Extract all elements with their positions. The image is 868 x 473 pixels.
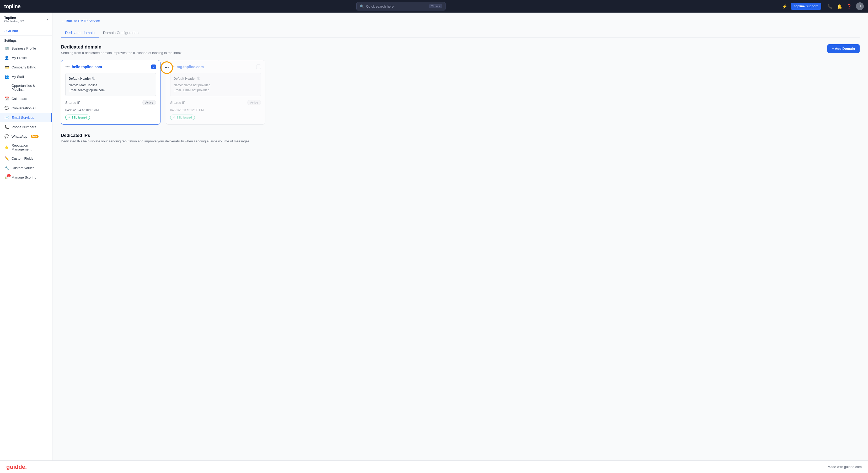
sidebar-item-label: My Staff [11,75,24,78]
sidebar-item-my-staff[interactable]: 👥 My Staff [0,72,52,81]
sidebar-item-label: Calendars [11,97,27,101]
calendars-icon: 📅 [4,96,9,101]
sidebar-item-opportunities[interactable]: Opportunities & Pipelin... [0,81,52,94]
sidebar: Topline Charleston, SC ▾ ‹ Go Back Setti… [0,12,53,473]
sidebar-item-label: Company Billing [11,65,36,69]
search-placeholder: Quick search here [366,4,394,8]
card-1-date: 04/19/2024 at 10:15 AM [65,108,156,112]
sidebar-item-calendars[interactable]: 📅 Calendars [0,94,52,103]
card-2-default-header-label: Default Header ⓘ [174,76,257,81]
sidebar-item-business-profile[interactable]: 🏢 Business Profile [0,43,52,53]
circle-dots-icon: ••• [165,66,169,70]
manage-scoring-badge: 1 [7,174,11,177]
main-content: ← Back to SMTP Service Dedicated domain … [53,12,868,473]
sidebar-item-manage-scoring[interactable]: 📊 Manage Scoring 1 [0,172,52,182]
workspace-location: Charleston, SC [4,20,24,23]
reputation-management-icon: ⭐ [4,145,9,150]
nav-right-icons: 📞 🔔 ❓ U [828,2,864,10]
card-1-default-header-box: Default Header ⓘ Name: Team Topline Emai… [65,73,156,96]
arrow-left-icon: ← [61,19,64,23]
card-1-name-value: Name: Team Topline Email: team@topline.c… [69,83,153,93]
sidebar-item-whatsapp[interactable]: 💬 WhatsApp beta [0,132,52,141]
page-tabs: Dedicated domain Domain Configuration [61,28,860,38]
card-2-active-badge: Active [247,100,261,105]
sidebar-item-custom-values[interactable]: 🔧 Custom Values [0,163,52,172]
domain-card-1: ••• hello.topline.com ✓ Default Header ⓘ… [61,60,160,125]
section-header: Dedicated domain Sending from a dedicate… [61,44,860,55]
card-2-header: ••• mg.topline.com [170,64,261,69]
back-to-smtp-label: Back to SMTP Service [66,19,100,23]
search-bar[interactable]: 🔍 Quick search here Ctrl + K [356,2,445,10]
footer-tagline: Made with guidde.com [828,465,862,469]
email-services-icon: ✉️ [4,115,9,120]
card-2-shared-ip-row: Shared IP Active [170,100,261,105]
card-2-ssl-badge: ✓ SSL Issued [170,115,195,120]
app-logo: topline [4,3,21,9]
card-2-info-icon: ⓘ [197,76,200,81]
card-2-checkbox[interactable] [256,64,261,69]
bell-icon[interactable]: 🔔 [837,4,842,9]
sidebar-item-email-services[interactable]: ✉️ Email Services [0,113,52,122]
ssl-check-icon-2: ✓ [173,116,176,119]
whatsapp-beta-badge: beta [31,135,38,138]
sidebar-item-label: My Profile [11,56,27,60]
top-navigation: topline 🔍 Quick search here Ctrl + K ⚡ t… [0,0,868,12]
card-1-checkbox[interactable]: ✓ [151,64,156,69]
card-1-domain: hello.topline.com [72,65,102,69]
workspace-name: Topline [4,16,24,20]
avatar[interactable]: U [856,2,864,10]
whatsapp-icon: 💬 [4,134,9,139]
card-2-date: 04/21/2023 at 12:30 PM [170,108,261,112]
sidebar-item-conversation-ai[interactable]: 💬 Conversation AI [0,103,52,113]
support-button[interactable]: topline Support [790,3,821,10]
card-1-header: ••• hello.topline.com ✓ [65,64,156,69]
card-1-info-icon: ⓘ [92,76,95,81]
app-layout: Topline Charleston, SC ▾ ‹ Go Back Setti… [0,12,868,473]
back-to-smtp-link[interactable]: ← Back to SMTP Service [61,19,860,23]
sidebar-item-reputation-management[interactable]: ⭐ Reputation Management [0,141,52,154]
domain-card-2: ••• mg.topline.com Default Header ⓘ Name… [166,60,266,125]
nav-icons: ⚡ [782,4,787,9]
sidebar-item-label: Reputation Management [11,144,48,151]
add-domain-button[interactable]: + Add Domain [827,44,860,53]
my-staff-icon: 👥 [4,74,9,79]
conversation-ai-icon: 💬 [4,106,9,111]
card-2-domain: mg.topline.com [177,65,204,69]
dedicated-ips-description: Dedicated IPs help isolate your sending … [61,139,860,143]
domain-cards-container: ••• hello.topline.com ✓ Default Header ⓘ… [61,60,860,125]
settings-section-label: Settings [0,36,52,43]
card-2-default-header-box: Default Header ⓘ Name: Name not provided… [170,73,261,96]
sidebar-item-custom-fields[interactable]: ✏️ Custom Fields [0,154,52,163]
card-1-default-header-label: Default Header ⓘ [69,76,153,81]
circle-highlight: ••• [160,61,173,74]
go-back-link[interactable]: ‹ Go Back [0,26,52,36]
dedicated-ips-section: Dedicated IPs Dedicated IPs help isolate… [61,133,860,143]
card-1-shared-ip-row: Shared IP Active [65,100,156,105]
help-icon[interactable]: ❓ [846,4,852,9]
sidebar-item-label: Opportunities & Pipelin... [11,84,48,92]
sidebar-item-phone-numbers[interactable]: 📞 Phone Numbers [0,122,52,132]
card-1-more-icon[interactable]: ••• [65,64,70,69]
card-1-ssl-badge: ✓ SSL Issued [65,115,90,120]
lightning-icon[interactable]: ⚡ [782,4,787,9]
section-description: Sending from a dedicated domain improves… [61,51,183,55]
dedicated-ips-title: Dedicated IPs [61,133,860,138]
workspace-selector[interactable]: Topline Charleston, SC ▾ [0,12,52,26]
card-1-shared-ip-label: Shared IP [65,101,81,105]
section-title: Dedicated domain [61,44,183,50]
footer: guidde. Made with guidde.com [0,461,868,473]
card-2-shared-ip-label: Shared IP [170,101,185,105]
chevron-down-icon: ▾ [46,18,48,21]
company-billing-icon: 💳 [4,65,9,69]
tab-dedicated-domain[interactable]: Dedicated domain [61,28,99,38]
tab-domain-configuration[interactable]: Domain Configuration [99,28,143,38]
sidebar-item-label: Custom Fields [11,157,33,160]
my-profile-icon: 👤 [4,55,9,60]
phone-nav-icon[interactable]: 📞 [828,4,833,9]
sidebar-item-company-billing[interactable]: 💳 Company Billing [0,62,52,72]
search-shortcut: Ctrl + K [429,4,442,8]
card-1-active-badge: Active [143,100,156,105]
sidebar-item-my-profile[interactable]: 👤 My Profile [0,53,52,62]
sidebar-item-label: Custom Values [11,166,34,170]
custom-values-icon: 🔧 [4,165,9,170]
